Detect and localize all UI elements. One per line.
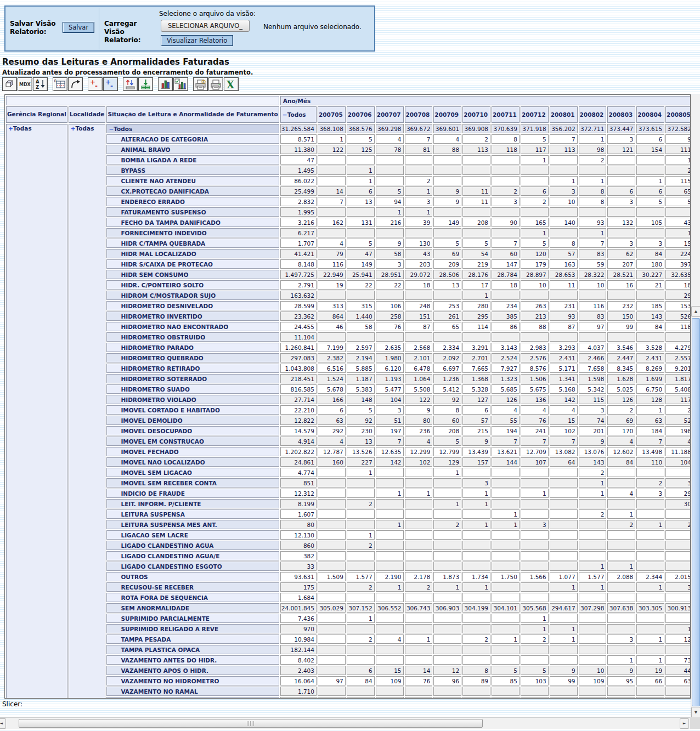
print-button[interactable] [208,77,223,91]
column-header-200803[interactable]: 200803 [607,106,635,123]
vertical-scrollbar[interactable]: ▲ ▼ [691,94,700,718]
chart-button[interactable] [158,77,173,91]
row-label[interactable]: OUTROS [106,572,279,581]
row-label[interactable]: SEM ANORMALIDADE [106,603,279,613]
move-updown-button[interactable] [123,77,138,91]
row-label[interactable]: HIDROMETRO VIOLADO [106,395,279,404]
row-label[interactable]: HIDROMETRO QUEBRADO [106,353,279,362]
vertical-scrollbar-thumb[interactable] [692,318,700,706]
collapse-indicator[interactable]: − [283,111,287,118]
row-label[interactable]: INDICIO DE FRAUDE [106,489,279,498]
row-label[interactable]: IMOVEL EM CONSTRUCAO [106,437,279,446]
row-label[interactable]: IMOVEL DEMOLIDO [106,416,279,425]
cube-button[interactable] [2,77,17,91]
excel-export-button[interactable]: X [224,77,239,91]
row-label[interactable]: RECUSOU-SE RECEBER [106,582,279,592]
horizontal-scrollbar-thumb[interactable] [19,719,483,728]
column-header-200804[interactable]: 200804 [636,106,664,123]
row-label[interactable]: HIDR MAL LOCALIZADO [106,249,279,258]
collapse-indicator[interactable]: − [109,126,114,132]
row-label[interactable]: IMOVEL DESOCUPADO [106,426,279,435]
row-label[interactable] [106,697,279,699]
column-header-200710[interactable]: 200710 [462,106,490,123]
row-label[interactable]: HIDR SEM CONSUMO [106,270,279,279]
row-label[interactable]: IMOVEL NAO LOCALIZADO [106,457,279,467]
row-label[interactable]: VAZAMENTO ANTES DO HIDR. [106,655,279,665]
column-header-todos[interactable]: −Todos [280,106,317,123]
expand-indicator[interactable]: + [71,125,76,132]
row-label[interactable]: FECHO DA TAMPA DANIFICADO [106,218,279,227]
scroll-right-button[interactable]: ► [680,718,689,729]
row-label[interactable]: HIDR. C/PONTEIRO SOLTO [106,280,279,290]
row-label[interactable]: IMOVEL CORTADO E HABITADO [106,405,279,415]
sort-az-button[interactable]: AZ [33,77,48,91]
row-label[interactable]: LIGADO CLANDESTINO ESGOTO [106,562,279,571]
row-label[interactable]: IMOVEL SEM LIGACAO [106,468,279,477]
row-label[interactable]: HIDR S/CAIXA DE PROTECAO [106,259,279,269]
field-header-2[interactable]: Situação de Leitura e Anormalidade de Fa… [106,106,279,123]
field-header-0[interactable]: Gerência Regional [6,106,67,123]
select-file-button[interactable]: SELECIONAR ARQUIVO_ [161,20,250,32]
row-label[interactable]: HIDROMETRO OBSTRUIDO [106,332,279,342]
field-header-1[interactable]: Localidade [69,106,106,123]
row-label[interactable]: HIDROMETRO SUADO [106,384,279,394]
row-label[interactable]: LEITURA SUSPENSA [106,509,279,519]
row-label[interactable]: HIDROMETRO NAO ENCONTRADO [106,322,279,331]
row-label[interactable]: HIDROM C/MOSTRADOR SUJO [106,291,279,300]
row-label[interactable]: ROTA FORA DE SEQUENCIA [106,593,279,602]
view-report-button[interactable]: Visualizar Relatorio [161,35,233,46]
axis-label-cell[interactable]: Ano/Mês [280,96,691,105]
row-label[interactable]: LIGACAO SEM LACRE [106,530,279,540]
column-header-200706[interactable]: 200706 [347,106,375,123]
drill-table-button[interactable] [138,77,153,91]
row-label[interactable]: HIDROMETRO SOTERRADO [106,374,279,383]
column-header-200707[interactable]: 200707 [376,106,404,123]
row-label[interactable]: VAZAMENTO APOS O HIDR. [106,666,279,675]
row-label-total[interactable]: −Todos [106,124,279,133]
row-label[interactable]: HIDROMETRO RETIRADO [106,364,279,373]
row-label[interactable]: LEITURA SUSPENSA MES ANT. [106,520,279,529]
row-label[interactable]: ANIMAL BRAVO [106,145,279,154]
row-label[interactable]: LEIT. INFORM. P/CLIENTE [106,499,279,508]
expand-collapse-red-button[interactable]: +- [88,77,103,91]
region-cell[interactable]: +Todas [6,124,67,699]
row-label[interactable]: VAZAMENTO NO RAMAL [106,687,279,696]
expand-indicator[interactable]: + [8,125,13,132]
row-label[interactable]: HIDR C/TAMPA QUEBRADA [106,239,279,248]
column-header-200705[interactable]: 200705 [318,106,346,123]
row-label[interactable]: ENDERECO ERRADO [106,197,279,206]
row-label[interactable]: SUPRIMIDO PARCIALMENTE [106,614,279,623]
print-preview-button[interactable] [193,77,208,91]
row-label[interactable]: BYPASS [106,166,279,175]
row-label[interactable]: ALTERACAO DE CATEGORIA [106,134,279,144]
row-label[interactable]: CLIENTE NAO ATENDEU [106,176,279,185]
row-label[interactable]: FATURAMENTO SUSPENSO [106,207,279,217]
row-label[interactable]: IMOVEL FECHADO [106,447,279,456]
row-label[interactable]: IMOVEL SEM RECEBER CONTA [106,478,279,488]
row-label[interactable]: FORNECIMENTO INDEVIDO [106,228,279,237]
row-label[interactable]: HIDROMETRO PARADO [106,343,279,352]
row-label[interactable]: TAMPA PESADA [106,634,279,644]
row-label[interactable]: LIGADO CLANDESTINO AGUA/E [106,551,279,560]
column-header-200712[interactable]: 200712 [521,106,549,123]
row-label[interactable]: CX.PROTECAO DANIFICADA [106,186,279,196]
save-button[interactable]: Salvar [63,22,94,33]
column-header-200805[interactable]: 200805 [665,106,691,123]
pivot-arrow-button[interactable] [68,77,83,91]
column-header-200801[interactable]: 200801 [550,106,578,123]
scroll-down-button[interactable]: ▼ [691,707,700,718]
row-label[interactable]: LIGADO CLANDESTINO AGUA [106,541,279,550]
column-header-200708[interactable]: 200708 [405,106,433,123]
row-label[interactable]: HIDROMETRO DESNIVELADO [106,301,279,310]
scroll-left-button[interactable]: ◄ [0,718,6,729]
field-list-button[interactable]: 0 [53,77,67,91]
row-label[interactable]: TAMPA PLASTICA OPACA [106,645,279,654]
chart-options-button[interactable] [173,77,188,91]
locality-cell[interactable]: +Todas [69,124,106,699]
mdx-button[interactable]: MDX [18,77,32,91]
horizontal-scrollbar[interactable]: ◄ ► [0,717,690,729]
expand-collapse-blue-button[interactable]: +- [103,77,118,91]
column-header-200711[interactable]: 200711 [492,106,520,123]
row-label[interactable]: VAZAMENTO NO HIDROMETRO [106,676,279,685]
row-label[interactable]: SUPRIMIDO RELIGADO A REVE [106,624,279,633]
